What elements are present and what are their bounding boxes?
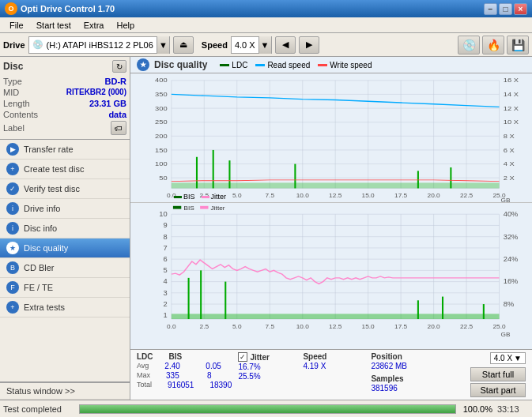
avg-speed: 4.19 X [303,362,366,370]
svg-text:2: 2 [163,300,167,308]
disc-label-row: Label 🏷 [3,120,126,136]
svg-text:300: 300 [155,104,168,111]
nav-icon-transfer: ▶ [6,143,19,156]
nav-cd-bler[interactable]: B CD Bler [0,258,130,278]
svg-text:4 X: 4 X [504,160,515,167]
stats-ldc-header: LDC [137,352,153,361]
progress-bar-container [79,404,456,414]
status-bar: Test completed 100.0% 33:13 [0,400,532,417]
nav-label-quality: Disc quality [24,243,68,253]
jitter-check[interactable]: ✓ Jitter [238,352,293,362]
nav-verify-test[interactable]: ✓ Verify test disc [0,179,130,199]
nav-extra-tests[interactable]: + Extra tests [0,298,130,317]
svg-text:7.5: 7.5 [265,192,274,198]
svg-text:6: 6 [163,255,167,263]
disc-length-label: Length [3,99,30,108]
jitter-checkbox[interactable]: ✓ [238,352,247,362]
nav-label-transfer: Transfer rate [24,145,74,154]
svg-text:12.5: 12.5 [329,324,342,331]
speed-value: 4.0 X [232,40,258,50]
svg-text:5.0: 5.0 [232,192,242,198]
minimize-button[interactable]: − [484,3,497,15]
nav-fe-te[interactable]: F FE / TE [0,278,130,298]
avg-ldc: 2.40 [164,362,190,370]
speed-header: Speed [303,352,366,361]
avg-bis: 0.05 [206,362,228,370]
nav-icon-fete: F [6,281,19,294]
svg-rect-82 [417,300,419,319]
speed-select-value: 4.0 X [494,354,512,363]
nav-transfer-rate[interactable]: ▶ Transfer rate [0,140,130,160]
title-bar: O Opti Drive Control 1.70 − □ × [0,0,532,17]
disc-icon-button[interactable]: 💿 [458,36,480,54]
svg-text:20.0: 20.0 [428,192,440,198]
jitter-empty [238,381,293,390]
chart1-legend: LDC Read speed Write speed [220,61,372,70]
svg-text:22.5: 22.5 [460,324,474,331]
svg-text:2 X: 2 X [504,175,515,182]
toolbar-right: 💿 🔥 💾 [458,36,529,54]
left-panel: Disc ↻ Type BD-R MID RITEKBR2 (000) Leng… [0,57,130,400]
title-bar-controls: − □ × [484,3,527,15]
nav-status-window[interactable]: Status window >> [0,381,130,400]
svg-text:GB: GB [501,197,511,202]
svg-rect-24 [228,160,230,188]
nav-create-test[interactable]: + Create test disc [0,160,130,179]
speed-empty2 [303,381,366,389]
disc-contents-row: Contents data [3,109,126,120]
svg-text:24%: 24% [504,255,519,263]
nav-label-bler: CD Bler [24,263,55,272]
start-full-button[interactable]: Start full [470,367,526,381]
nav-list: ▶ Transfer rate + Create test disc ✓ Ver… [0,140,130,400]
maximize-button[interactable]: □ [499,3,512,15]
disc-label-label: Label [3,123,25,133]
speed-dropdown-arrow[interactable]: ▼ [258,36,271,54]
svg-rect-114 [200,206,208,209]
save-icon-button[interactable]: 💾 [507,36,529,54]
menu-help[interactable]: Help [110,20,141,31]
nav-drive-info[interactable]: i Drive info [0,199,130,219]
svg-text:16%: 16% [504,278,519,286]
legend-ldc-label: LDC [232,61,247,70]
svg-text:25.0: 25.0 [492,324,506,331]
disc-refresh-button[interactable]: ↻ [112,60,126,73]
speed-up-button[interactable]: ▶ [299,36,319,54]
speed-down-button[interactable]: ◀ [275,36,296,54]
svg-text:1: 1 [163,312,167,320]
eject-button[interactable]: ⏏ [173,36,194,54]
menu-extra[interactable]: Extra [77,20,111,31]
svg-text:8%: 8% [504,300,515,308]
svg-text:GB: GB [501,331,511,338]
svg-text:16 X: 16 X [504,77,519,84]
svg-text:12.5: 12.5 [329,192,341,198]
svg-text:15.0: 15.0 [362,192,375,198]
svg-text:8 X: 8 X [504,133,515,140]
drive-value: (H:) ATAPI iHBS112 2 PL06 [47,40,153,50]
svg-rect-25 [294,164,296,189]
legend-jitter-label: Jitter [211,193,227,201]
close-button[interactable]: × [514,3,527,15]
nav-label-extra: Extra tests [24,302,65,312]
menu-start-test[interactable]: Start test [30,20,77,31]
disc-header: Disc ↻ [3,60,126,73]
svg-text:10 X: 10 X [504,118,519,126]
burn-icon-button[interactable]: 🔥 [482,36,504,54]
svg-text:3: 3 [163,289,167,297]
start-part-button[interactable]: Start part [470,383,526,397]
chart-header: ★ Disc quality LDC Read speed Write spee… [130,57,532,73]
nav-disc-quality[interactable]: ★ Disc quality [0,239,130,258]
samples-value: 381596 [371,384,442,393]
svg-text:100: 100 [155,160,168,167]
nav-label-create: Create test disc [24,164,84,174]
legend-write-label: Write speed [330,61,372,70]
disc-mid-label: MID [3,88,19,97]
svg-rect-27 [450,167,451,188]
speed-select-control[interactable]: 4.0 X ▼ [490,352,526,364]
svg-rect-84 [483,304,485,319]
nav-disc-info[interactable]: i Disc info [0,219,130,239]
stats-bar: LDC BIS Avg 2.40 0.05 Max 335 8 Total 91… [130,349,532,400]
svg-text:50: 50 [159,175,168,182]
drive-dropdown-arrow[interactable]: ▼ [157,36,169,54]
menu-file[interactable]: File [3,20,30,31]
label-icon-button[interactable]: 🏷 [111,121,126,135]
